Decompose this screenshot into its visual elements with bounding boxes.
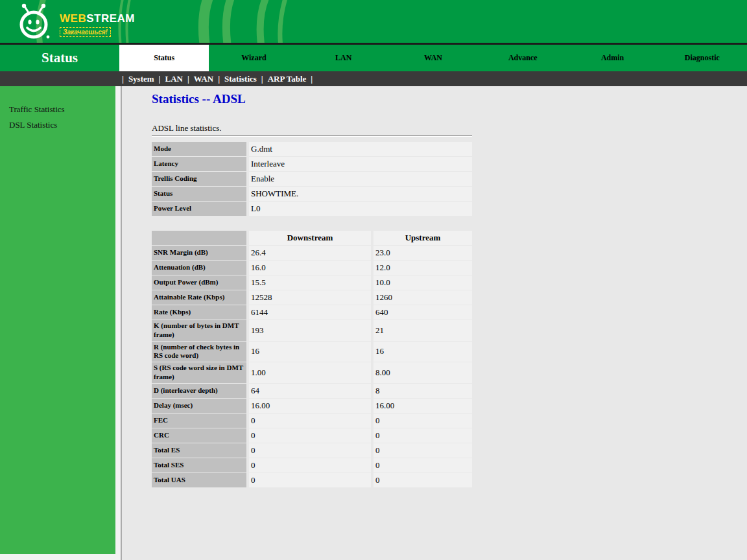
adsl-stats-table: DownstreamUpstreamSNR Margin (dB)26.423.… (152, 231, 472, 487)
row-label: Rate (Kbps) (152, 305, 246, 320)
row-value-downstream: 193 (249, 320, 371, 341)
row-value-upstream: 0 (374, 473, 472, 487)
row-value-downstream: 1.00 (249, 362, 371, 383)
row-value-upstream: 1260 (374, 290, 472, 305)
row-label: R (number of check bytes in RS code word… (152, 342, 246, 362)
tab-wan[interactable]: WAN (388, 45, 478, 71)
adsl-line-info-table: ModeG.dmtLatencyInterleaveTrellis Coding… (152, 142, 472, 216)
column-header-downstream: Downstream (249, 231, 371, 245)
row-label: D (interleaver depth) (152, 384, 246, 398)
row-label: Mode (152, 142, 246, 156)
subnav-link-system[interactable]: System (128, 74, 154, 84)
subnav-link-statistics[interactable]: Statistics (224, 74, 257, 84)
row-label: Total UAS (152, 473, 246, 487)
row-label: Output Power (dBm) (152, 275, 246, 290)
row-value-downstream: 0 (249, 428, 371, 443)
row-label: Power Level (152, 202, 246, 216)
row-value-downstream: 26.4 (249, 246, 371, 260)
row-value-downstream: 12528 (249, 290, 371, 305)
tab-lan[interactable]: LAN (299, 45, 388, 71)
brand-web: WEB (60, 12, 86, 25)
row-label: Attenuation (dB) (152, 261, 246, 275)
row-value-downstream: 6144 (249, 305, 371, 320)
row-value-upstream: 16.00 (374, 399, 472, 413)
row-label: Total SES (152, 458, 246, 472)
page-description: ADSL line statistics. (152, 123, 472, 134)
subnav-separator: | (122, 74, 124, 84)
smiley-mascot-icon (14, 2, 53, 41)
brand-stream: STREAM (86, 12, 135, 25)
description-rule: ADSL line statistics. (152, 123, 472, 136)
tab-wizard[interactable]: Wizard (209, 45, 298, 71)
sidebar-column: Traffic StatisticsDSL Statistics (0, 86, 121, 560)
row-label: S (RS code word size in DMT frame) (152, 362, 246, 383)
row-label: Delay (msec) (152, 399, 246, 413)
page-title: Statistics -- ADSL (152, 92, 747, 106)
tab-diagnostic[interactable]: Diagnostic (658, 45, 747, 71)
subnav-separator: | (187, 74, 189, 84)
section-title: Status (0, 45, 119, 71)
tab-status[interactable]: Status (119, 45, 209, 71)
row-value-downstream: 0 (249, 473, 371, 487)
row-label: Total ES (152, 443, 246, 458)
brand-text: WEBSTREAM Закачаешься! (60, 12, 135, 37)
tab-admin[interactable]: Admin (567, 45, 657, 71)
row-value-downstream: 16.00 (249, 399, 371, 413)
row-value-upstream: 16 (374, 342, 472, 362)
row-label: SNR Margin (dB) (152, 246, 246, 260)
row-value-upstream: 10.0 (374, 275, 472, 290)
column-header-upstream: Upstream (374, 231, 472, 245)
tab-advance[interactable]: Advance (478, 45, 567, 71)
row-value-downstream: 64 (249, 384, 371, 398)
main-panel: Statistics -- ADSL ADSL line statistics.… (122, 86, 747, 560)
content-area: Traffic StatisticsDSL Statistics Statist… (0, 86, 747, 560)
stats-corner-cell (152, 231, 246, 245)
row-label: Trellis Coding (152, 172, 246, 186)
row-value-upstream: 0 (374, 428, 472, 443)
row-value-downstream: 16 (249, 342, 371, 362)
subnav-link-arp-table[interactable]: ARP Table (268, 74, 307, 84)
row-value-downstream: 0 (249, 443, 371, 458)
top-banner: WEBSTREAM Закачаешься! (0, 0, 747, 43)
subnav-separator: | (218, 74, 220, 84)
brand-tagline: Закачаешься! (60, 27, 111, 37)
sidebar-item-dsl-statistics[interactable]: DSL Statistics (9, 117, 115, 133)
row-value: Enable (249, 172, 472, 186)
nav-tabs: StatusWizardLANWANAdvanceAdminDiagnostic (119, 45, 747, 71)
row-value-downstream: 16.0 (249, 261, 371, 275)
row-value-upstream: 12.0 (374, 261, 472, 275)
row-label: K (number of bytes in DMT frame) (152, 320, 246, 341)
row-value-upstream: 23.0 (374, 246, 472, 260)
row-value-upstream: 8.00 (374, 362, 472, 383)
row-label: FEC (152, 414, 246, 428)
row-value-downstream: 15.5 (249, 275, 371, 290)
row-value-upstream: 640 (374, 305, 472, 320)
subnav-separator: | (261, 74, 263, 84)
row-label: Status (152, 187, 246, 201)
row-value-upstream: 0 (374, 443, 472, 458)
row-value: SHOWTIME. (249, 187, 472, 201)
subnav-separator: | (311, 74, 313, 84)
row-label: Attainable Rate (Kbps) (152, 290, 246, 305)
sub-navbar: |System|LAN|WAN|Statistics|ARP Table| (0, 71, 747, 86)
row-value-upstream: 0 (374, 458, 472, 472)
row-label: CRC (152, 428, 246, 443)
row-value-upstream: 8 (374, 384, 472, 398)
sidebar-item-traffic-statistics[interactable]: Traffic Statistics (9, 102, 115, 117)
main-navbar: Status StatusWizardLANWANAdvanceAdminDia… (0, 45, 747, 71)
row-value-upstream: 21 (374, 320, 472, 341)
webstream-logo: WEBSTREAM Закачаешься! (14, 2, 135, 41)
row-value-downstream: 0 (249, 414, 371, 428)
row-value: L0 (249, 202, 472, 216)
subnav-separator: | (159, 74, 161, 84)
row-value-downstream: 0 (249, 458, 371, 472)
sidebar-menu: Traffic StatisticsDSL Statistics (0, 86, 115, 554)
subnav-link-lan[interactable]: LAN (165, 74, 182, 84)
row-value: G.dmt (249, 142, 472, 156)
row-value: Interleave (249, 157, 472, 171)
row-label: Latency (152, 157, 246, 171)
row-value-upstream: 0 (374, 414, 472, 428)
subnav-link-wan[interactable]: WAN (194, 74, 213, 84)
